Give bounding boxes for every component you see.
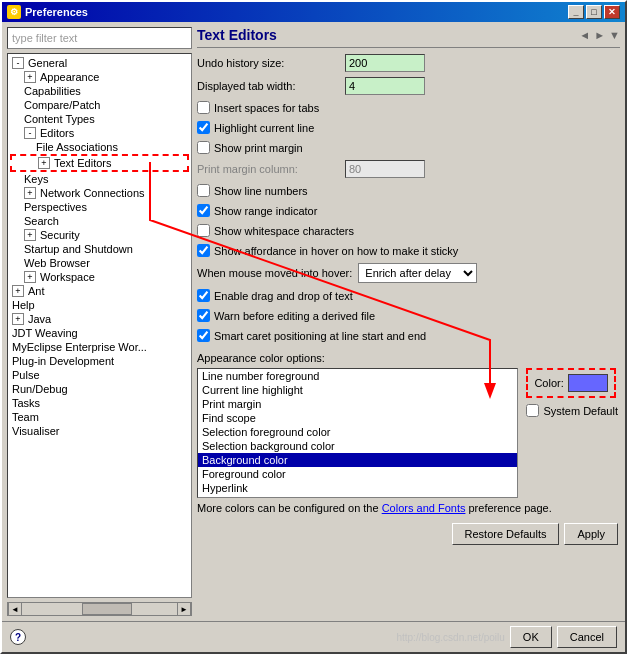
apply-button[interactable]: Apply (564, 523, 618, 545)
tree-item-appearance[interactable]: + Appearance (10, 70, 189, 84)
tree-item-plugin-dev[interactable]: Plug-in Development (10, 354, 189, 368)
print-margin-input[interactable] (345, 160, 425, 178)
color-list-item-find-scope[interactable]: Find scope (198, 411, 517, 425)
highlight-line-checkbox[interactable] (197, 121, 210, 134)
color-list-item-current-line-hl[interactable]: Current line highlight (198, 383, 517, 397)
hover-select[interactable]: Enrich after delay Enrich immediately Ne… (358, 263, 477, 283)
enable-drag-drop-label: Enable drag and drop of text (214, 290, 353, 302)
appearance-color-label: Appearance color options: (197, 352, 618, 364)
tree-item-help[interactable]: Help (10, 298, 189, 312)
horizontal-scrollbar[interactable]: ◄ ► (7, 602, 192, 616)
maximize-button[interactable]: □ (586, 5, 602, 19)
nav-dropdown-button[interactable]: ▼ (609, 29, 620, 41)
footer-text-after: preference (465, 502, 521, 514)
expander-ant[interactable]: + (12, 285, 24, 297)
tree-item-java[interactable]: + Java (10, 312, 189, 326)
checkbox-enable-drag-drop: Enable drag and drop of text (197, 288, 618, 303)
ok-button[interactable]: OK (510, 626, 552, 648)
tree-label-file-assoc: File Associations (36, 141, 118, 153)
tree-label-content-types: Content Types (24, 113, 95, 125)
nav-buttons: ◄ ► ▼ (579, 29, 620, 41)
tree-item-general[interactable]: - General (10, 56, 189, 70)
panel-body: Undo history size: Displayed tab width: … (197, 54, 620, 616)
tree-item-run-debug[interactable]: Run/Debug (10, 382, 189, 396)
tree-item-jdt-weaving[interactable]: JDT Weaving (10, 326, 189, 340)
scroll-right-arrow[interactable]: ► (177, 602, 191, 616)
system-default-checkbox[interactable] (526, 404, 539, 417)
smart-caret-checkbox[interactable] (197, 329, 210, 342)
nav-forward-button[interactable]: ► (594, 29, 605, 41)
show-range-indicator-checkbox[interactable] (197, 204, 210, 217)
tree-item-workspace[interactable]: + Workspace (10, 270, 189, 284)
color-list-item-line-num-fg[interactable]: Line number foreground (198, 369, 517, 383)
color-list-item-bg-color[interactable]: Background color (198, 453, 517, 467)
filter-input[interactable] (7, 27, 192, 49)
tree-item-keys[interactable]: Keys (10, 172, 189, 186)
ok-cancel-bar: ? http://blog.csdn.net/poilu OK Cancel (2, 622, 625, 652)
tree-panel: - General + Appearance Capabilities Comp… (7, 53, 192, 598)
tree-item-compare-patch[interactable]: Compare/Patch (10, 98, 189, 112)
tab-width-input[interactable] (345, 77, 425, 95)
tree-label-plugin-dev: Plug-in Development (12, 355, 114, 367)
tree-item-search[interactable]: Search (10, 214, 189, 228)
expander-general[interactable]: - (12, 57, 24, 69)
warn-editing-checkbox[interactable] (197, 309, 210, 322)
color-list-item-print-margin[interactable]: Print margin (198, 397, 517, 411)
color-list: Line number foreground Current line high… (197, 368, 518, 498)
tree-label-search: Search (24, 215, 59, 227)
tree-item-security[interactable]: + Security (10, 228, 189, 242)
show-line-numbers-checkbox[interactable] (197, 184, 210, 197)
tree-item-capabilities[interactable]: Capabilities (10, 84, 189, 98)
tree-item-pulse[interactable]: Pulse (10, 368, 189, 382)
undo-history-input[interactable] (345, 54, 425, 72)
panel-title: Text Editors (197, 27, 277, 43)
color-list-item-selection-fg[interactable]: Selection foreground color (198, 425, 517, 439)
tree-item-file-assoc[interactable]: File Associations (10, 140, 189, 154)
cancel-button[interactable]: Cancel (557, 626, 617, 648)
tree-item-ant[interactable]: + Ant (10, 284, 189, 298)
tree-item-visualiser[interactable]: Visualiser (10, 424, 189, 438)
expander-editors[interactable]: - (24, 127, 36, 139)
expander-network-conn[interactable]: + (24, 187, 36, 199)
scroll-left-arrow[interactable]: ◄ (8, 602, 22, 616)
expander-java[interactable]: + (12, 313, 24, 325)
insert-spaces-label: Insert spaces for tabs (214, 102, 319, 114)
tree-item-myeclipse[interactable]: MyEclipse Enterprise Wor... (10, 340, 189, 354)
tab-width-row: Displayed tab width: (197, 77, 618, 95)
restore-defaults-button[interactable]: Restore Defaults (452, 523, 560, 545)
expander-security[interactable]: + (24, 229, 36, 241)
expander-workspace[interactable]: + (24, 271, 36, 283)
enable-drag-drop-checkbox[interactable] (197, 289, 210, 302)
title-bar-left: ⚙ Preferences (7, 5, 88, 19)
highlight-line-label: Highlight current line (214, 122, 314, 134)
footer-text: More colors can be configured on the Col… (197, 502, 618, 514)
tree-item-tasks[interactable]: Tasks (10, 396, 189, 410)
system-default-row: System Default (526, 404, 618, 417)
insert-spaces-checkbox[interactable] (197, 101, 210, 114)
color-list-item-selection-bg[interactable]: Selection background color (198, 439, 517, 453)
help-button[interactable]: ? (10, 629, 26, 645)
scroll-thumb[interactable] (82, 603, 132, 615)
checkbox-show-whitespace: Show whitespace characters (197, 223, 618, 238)
tree-item-editors[interactable]: - Editors (10, 126, 189, 140)
color-swatch[interactable] (568, 374, 608, 392)
tree-item-startup-shutdown[interactable]: Startup and Shutdown (10, 242, 189, 256)
close-button[interactable]: ✕ (604, 5, 620, 19)
colors-and-fonts-link[interactable]: Colors and Fonts (382, 502, 466, 514)
tree-item-content-types[interactable]: Content Types (10, 112, 189, 126)
tree-item-perspectives[interactable]: Perspectives (10, 200, 189, 214)
tree-item-network-conn[interactable]: + Network Connections (10, 186, 189, 200)
show-print-margin-checkbox[interactable] (197, 141, 210, 154)
show-whitespace-checkbox[interactable] (197, 224, 210, 237)
color-list-item-hyperlink[interactable]: Hyperlink (198, 481, 517, 495)
minimize-button[interactable]: _ (568, 5, 584, 19)
expander-text-editors[interactable]: + (38, 157, 50, 169)
nav-back-button[interactable]: ◄ (579, 29, 590, 41)
tree-item-web-browser[interactable]: Web Browser (10, 256, 189, 270)
tree-item-team[interactable]: Team (10, 410, 189, 424)
tree-item-text-editors[interactable]: + Text Editors (10, 154, 189, 172)
hover-label: When mouse moved into hover: (197, 267, 352, 279)
color-list-item-fg-color[interactable]: Foreground color (198, 467, 517, 481)
expander-appearance[interactable]: + (24, 71, 36, 83)
show-affordance-checkbox[interactable] (197, 244, 210, 257)
